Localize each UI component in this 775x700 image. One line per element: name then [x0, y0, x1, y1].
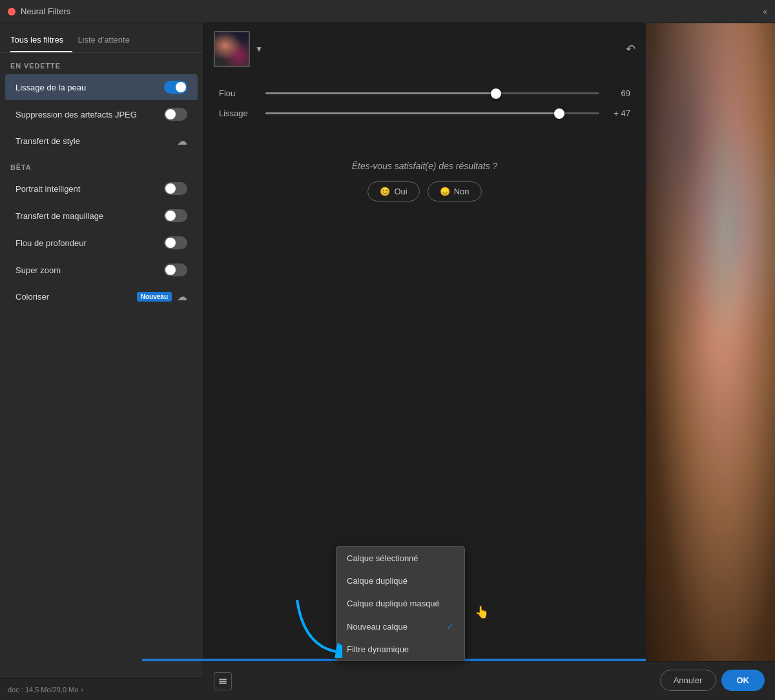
- ok-button[interactable]: OK: [721, 670, 765, 691]
- image-thumbnail: [214, 31, 250, 67]
- yes-label: Oui: [394, 187, 407, 196]
- dropdown-label-smart-filter: Filtre dynamique: [347, 644, 409, 654]
- filter-item-smart-portrait[interactable]: Portrait intelligent: [5, 176, 198, 201]
- title-bar-label: Neural Filters: [21, 6, 70, 16]
- checkmark-icon: ✓: [446, 621, 454, 632]
- smoothing-label: Lissage: [219, 108, 258, 118]
- filter-controls-depth-blur: [164, 236, 187, 249]
- cursor-pointer: 👆: [475, 605, 489, 619]
- dropdown-label-duplicate-layer: Calque dupliqué: [347, 576, 408, 586]
- action-buttons: Annuler OK: [660, 670, 765, 691]
- bottom-left: [214, 672, 232, 690]
- smoothing-slider-thumb[interactable]: [554, 108, 564, 119]
- feedback-question: Êtes-vous satisfait(e) des résultats ?: [203, 161, 646, 171]
- content-wrapper: ▼ ↶ Flou 69 Lissage: [203, 23, 775, 700]
- filter-item-style-transfer[interactable]: Transfert de style ☁: [5, 129, 198, 154]
- filter-item-jpeg-artifact[interactable]: Suppression des artefacts JPEG: [5, 101, 198, 127]
- filter-item-super-zoom[interactable]: Super zoom: [5, 257, 198, 283]
- section-featured-header: EN VEDETTE: [0, 53, 203, 74]
- blur-slider-row: Flou 69: [219, 88, 630, 98]
- dropdown-item-new-layer[interactable]: Nouveau calque ✓: [336, 615, 464, 638]
- undo-icon[interactable]: ↶: [626, 42, 636, 56]
- filter-name-smart-portrait: Portrait intelligent: [16, 184, 80, 194]
- blur-label: Flou: [219, 88, 258, 98]
- feedback-section: Êtes-vous satisfait(e) des résultats ? 😊…: [203, 141, 646, 214]
- dropdown-item-selected-layer[interactable]: Calque sélectionné: [336, 547, 464, 570]
- smoothing-slider-track[interactable]: [265, 112, 599, 114]
- filter-item-colorize[interactable]: Coloriser Nouveau ☁: [5, 284, 198, 309]
- close-button[interactable]: [8, 8, 16, 15]
- filter-item-skin-smoothing[interactable]: Lissage de la peau: [5, 74, 198, 100]
- collapse-button[interactable]: «: [763, 7, 767, 16]
- filter-name-super-zoom: Super zoom: [16, 265, 61, 275]
- filter-name-style-transfer: Transfert de style: [16, 136, 80, 146]
- filter-controls-colorize: Nouveau ☁: [137, 291, 187, 303]
- filter-controls-smart-portrait: [164, 182, 187, 195]
- smoothing-value: + 47: [607, 108, 630, 118]
- filter-item-depth-blur[interactable]: Flou de profondeur: [5, 230, 198, 256]
- no-label: Non: [454, 187, 470, 196]
- image-selector[interactable]: ▼: [214, 31, 263, 67]
- tab-waiting-list[interactable]: Liste d'attente: [78, 28, 139, 52]
- feedback-yes-button[interactable]: 😊 Oui: [367, 181, 419, 201]
- output-dropdown-menu: Calque sélectionné Calque dupliqué Calqu…: [336, 546, 465, 661]
- section-beta-header: BÊTA: [0, 154, 203, 175]
- title-bar: Neural Filters «: [0, 0, 775, 23]
- svg-rect-0: [219, 679, 227, 680]
- tab-all-filters[interactable]: Tous les filtres: [10, 28, 72, 52]
- photo-area: [646, 23, 775, 700]
- content-top-bar: ▼ ↶: [203, 23, 646, 76]
- filter-controls-skin-smoothing: [164, 81, 187, 94]
- dropdown-label-selected-layer: Calque sélectionné: [347, 553, 418, 563]
- filter-name-colorize: Coloriser: [16, 292, 49, 302]
- blur-slider-thumb[interactable]: [491, 88, 501, 99]
- filter-name-depth-blur: Flou de profondeur: [16, 238, 87, 248]
- cloud-icon-style-transfer: ☁: [177, 135, 187, 147]
- filter-controls-makeup-transfer: [164, 209, 187, 222]
- toggle-makeup-transfer[interactable]: [164, 209, 187, 222]
- toggle-smart-portrait[interactable]: [164, 182, 187, 195]
- badge-new-colorize: Nouveau: [137, 292, 172, 302]
- svg-rect-2: [219, 683, 227, 684]
- toggle-jpeg-artifact[interactable]: [164, 108, 187, 121]
- filter-controls-jpeg-artifact: [164, 108, 187, 121]
- blur-slider-fill: [265, 92, 496, 94]
- dropdown-label-new-layer: Nouveau calque: [347, 622, 408, 632]
- cancel-button[interactable]: Annuler: [660, 670, 716, 691]
- status-text: doc : 14,5 Mo/29,0 Mo: [8, 686, 78, 694]
- filter-name-makeup-transfer: Transfert de maquillage: [16, 211, 103, 221]
- smoothing-slider-row: Lissage + 47: [219, 108, 630, 118]
- output-dropdown-container: Calque sélectionné Calque dupliqué Calqu…: [336, 546, 465, 661]
- status-arrow[interactable]: ›: [81, 686, 83, 694]
- toggle-depth-blur[interactable]: [164, 236, 187, 249]
- photo-eye-detail: [646, 23, 775, 395]
- filter-name-skin-smoothing: Lissage de la peau: [16, 83, 86, 92]
- toggle-skin-smoothing[interactable]: [164, 81, 187, 94]
- feedback-no-button[interactable]: 😞 Non: [428, 181, 482, 201]
- sad-icon: 😞: [440, 187, 450, 196]
- blur-slider-track[interactable]: [265, 92, 599, 94]
- filter-item-makeup-transfer[interactable]: Transfert de maquillage: [5, 203, 198, 229]
- smoothing-slider-fill: [265, 112, 559, 114]
- feedback-buttons: 😊 Oui 😞 Non: [203, 181, 646, 201]
- smile-icon: 😊: [380, 187, 390, 196]
- status-bar: doc : 14,5 Mo/29,0 Mo ›: [0, 678, 203, 700]
- blur-value: 69: [607, 88, 630, 98]
- sidebar: Tous les filtres Liste d'attente EN VEDE…: [0, 23, 203, 700]
- photo-background: [646, 23, 775, 700]
- cloud-icon-colorize: ☁: [177, 291, 187, 303]
- layers-icon[interactable]: [214, 672, 232, 690]
- chevron-down-icon[interactable]: ▼: [255, 45, 263, 54]
- svg-rect-1: [219, 681, 227, 682]
- filter-name-jpeg-artifact: Suppression des artefacts JPEG: [16, 110, 137, 119]
- dropdown-item-duplicate-layer[interactable]: Calque dupliqué: [336, 570, 464, 592]
- dropdown-item-smart-filter[interactable]: Filtre dynamique: [336, 638, 464, 661]
- filter-controls-super-zoom: [164, 263, 187, 276]
- controls-section: Flou 69 Lissage + 47: [203, 76, 646, 141]
- tabs-bar: Tous les filtres Liste d'attente: [0, 28, 203, 53]
- filter-controls-style-transfer: ☁: [177, 135, 187, 147]
- dropdown-item-masked-duplicate[interactable]: Calque dupliqué masqué: [336, 592, 464, 615]
- dropdown-label-masked-duplicate: Calque dupliqué masqué: [347, 599, 440, 608]
- toggle-super-zoom[interactable]: [164, 263, 187, 276]
